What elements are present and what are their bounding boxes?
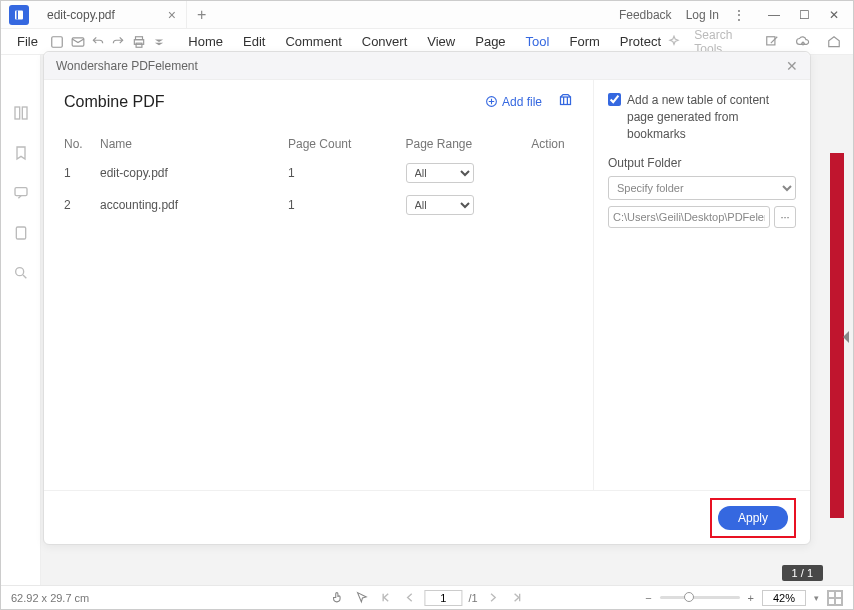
kebab-menu-icon[interactable]: ⋮	[733, 8, 745, 22]
dialog-close-button[interactable]: ✕	[786, 58, 798, 74]
menu-protect[interactable]: Protect	[620, 34, 661, 49]
output-folder-select[interactable]: Specify folder	[608, 176, 796, 200]
svg-rect-11	[16, 227, 25, 239]
zoom-value-input[interactable]	[762, 590, 806, 606]
minimize-button[interactable]: —	[759, 1, 789, 29]
attach-icon[interactable]	[13, 225, 29, 245]
table-row[interactable]: 2accounting.pdf1All	[64, 189, 573, 221]
svg-rect-8	[15, 107, 20, 119]
side-rail	[1, 55, 41, 585]
svg-rect-10	[15, 188, 27, 196]
zoom-slider[interactable]	[660, 596, 740, 599]
first-page-icon[interactable]	[376, 589, 394, 607]
menu-view[interactable]: View	[427, 34, 455, 49]
statusbar: 62.92 x 29.7 cm /1 − + ▾	[1, 585, 853, 609]
app-icon	[9, 5, 29, 25]
fit-view-icon[interactable]	[827, 590, 843, 606]
output-folder-label: Output Folder	[608, 156, 796, 170]
page-dimensions: 62.92 x 29.7 cm	[11, 592, 89, 604]
zoom-in-icon[interactable]: +	[748, 592, 754, 604]
select-tool-icon[interactable]	[352, 589, 370, 607]
hand-tool-icon[interactable]	[328, 589, 346, 607]
tab-title: edit-copy.pdf	[47, 8, 115, 22]
svg-rect-0	[15, 10, 23, 19]
search-rail-icon[interactable]	[13, 265, 29, 285]
panel-collapse-handle[interactable]	[843, 331, 849, 343]
col-header-pagerange: Page Range	[406, 137, 524, 151]
menu-edit[interactable]: Edit	[243, 34, 265, 49]
redo-icon[interactable]	[109, 31, 127, 53]
combine-pdf-dialog: Wondershare PDFelement ✕ Combine PDF Add…	[43, 51, 811, 545]
toc-label: Add a new table of content page generate…	[627, 92, 796, 142]
undo-icon[interactable]	[89, 31, 107, 53]
browse-folder-button[interactable]: ···	[774, 206, 796, 228]
prev-page-icon[interactable]	[400, 589, 418, 607]
dialog-title: Combine PDF	[64, 93, 164, 111]
zoom-out-icon[interactable]: −	[645, 592, 651, 604]
file-menu[interactable]: File	[9, 34, 46, 49]
print-icon[interactable]	[130, 31, 148, 53]
svg-rect-14	[561, 97, 571, 105]
table-row[interactable]: 1edit-copy.pdf1All	[64, 157, 573, 189]
col-header-action: Action	[523, 137, 573, 151]
share-icon[interactable]	[761, 31, 782, 53]
login-link[interactable]: Log In	[686, 8, 719, 22]
col-header-no: No.	[64, 137, 100, 151]
apply-highlight-box: Apply	[710, 498, 796, 538]
apply-button[interactable]: Apply	[718, 506, 788, 530]
thumbnails-icon[interactable]	[13, 105, 29, 125]
bookmark-icon[interactable]	[13, 145, 29, 165]
save-icon[interactable]	[48, 31, 66, 53]
last-page-icon[interactable]	[508, 589, 526, 607]
svg-point-12	[15, 268, 23, 276]
svg-rect-9	[22, 107, 27, 119]
comment-icon[interactable]	[13, 185, 29, 205]
svg-rect-2	[52, 36, 63, 47]
document-tab[interactable]: edit-copy.pdf ×	[37, 1, 187, 29]
col-header-name: Name	[100, 137, 288, 151]
document-preview-edge	[830, 153, 844, 518]
mail-icon[interactable]	[68, 31, 86, 53]
close-window-button[interactable]: ✕	[819, 1, 849, 29]
menu-convert[interactable]: Convert	[362, 34, 408, 49]
cloud-icon[interactable]	[792, 31, 813, 53]
svg-rect-1	[17, 10, 19, 19]
dialog-header-title: Wondershare PDFelement	[56, 59, 198, 73]
delete-all-icon[interactable]	[558, 92, 573, 111]
zoom-chevron-icon[interactable]: ▾	[814, 593, 819, 603]
close-tab-icon[interactable]: ×	[168, 7, 176, 23]
add-file-button[interactable]: Add file	[485, 95, 542, 109]
page-number-input[interactable]	[424, 590, 462, 606]
home-icon[interactable]	[824, 31, 845, 53]
page-indicator: 1 / 1	[782, 565, 823, 581]
menu-home[interactable]: Home	[188, 34, 223, 49]
toc-checkbox[interactable]	[608, 93, 621, 106]
feedback-link[interactable]: Feedback	[619, 8, 672, 22]
wand-icon[interactable]	[663, 31, 684, 53]
page-total: /1	[468, 592, 477, 604]
next-page-icon[interactable]	[484, 589, 502, 607]
file-list-table: No. Name Page Count Page Range Action 1e…	[64, 131, 573, 221]
col-header-pagecount: Page Count	[288, 137, 406, 151]
maximize-button[interactable]: ☐	[789, 1, 819, 29]
menu-page[interactable]: Page	[475, 34, 505, 49]
menu-tool[interactable]: Tool	[526, 34, 550, 49]
menu-comment[interactable]: Comment	[285, 34, 341, 49]
page-range-select[interactable]: All	[406, 195, 474, 215]
output-path-input[interactable]	[608, 206, 770, 228]
new-tab-button[interactable]: +	[187, 6, 216, 24]
titlebar: edit-copy.pdf × + Feedback Log In ⋮ — ☐ …	[1, 1, 853, 29]
dropdown-icon[interactable]	[150, 31, 168, 53]
menu-form[interactable]: Form	[569, 34, 599, 49]
page-range-select[interactable]: All	[406, 163, 474, 183]
